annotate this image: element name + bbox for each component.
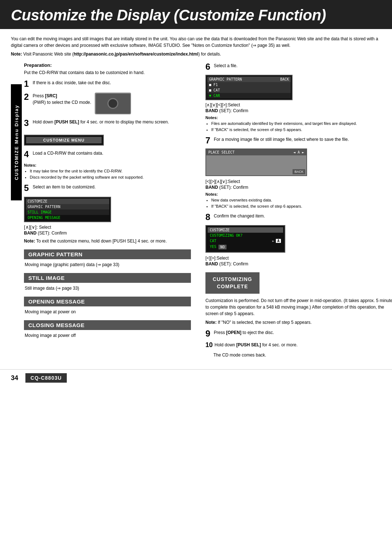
step-2-src: [SRC] <box>45 93 57 98</box>
intro-note: Note: Visit Panasonic Web site (http://p… <box>11 51 381 57</box>
model-badge: CQ-C8803U <box>25 373 67 383</box>
footer: 34 CQ-C8803U <box>0 369 392 386</box>
step-4-text: Load a CD-R/RW that contains data. <box>33 150 191 156</box>
confirm-yes-no: YES NO <box>208 244 283 250</box>
device-knob <box>107 98 118 109</box>
step-6-note-2: If "BACK" is selected, the screen of ste… <box>211 127 392 133</box>
complete-description: Customization is performed. Do not turn … <box>205 297 392 317</box>
step-8-band-confirm: BAND (SET): Confirm <box>205 261 392 266</box>
step-5-band-confirm: BAND (SET): Confirm <box>24 231 191 236</box>
step-10-body: Hold down [PUSH SEL] for 4 sec. or more. <box>215 342 392 348</box>
sidebar-label: CUSTOMIZE Menu Display <box>11 84 22 200</box>
preparation-label: Preparation: <box>24 62 191 68</box>
step-10-number: 10 <box>205 342 213 348</box>
step-5-note: Note: To exit the customize menu, hold d… <box>24 238 191 244</box>
screen6-car: ▼ CAR <box>207 93 291 98</box>
step-6-notes-title: Notes: <box>205 115 392 120</box>
step-7: 7 For a moving image file or still image… <box>205 136 392 145</box>
step-6-nav-keys: [∧][∨][<][>]:Select <box>205 102 392 107</box>
page-title: Customize the Display (Customize Functio… <box>11 7 381 24</box>
step-5-number: 5 <box>24 184 30 192</box>
complete-line-2: COMPLETE <box>213 283 252 290</box>
step-8-number: 8 <box>205 213 212 221</box>
confirm-title: CUSTOMIZE <box>208 227 283 233</box>
intro-text: You can edit the moving images and still… <box>11 36 381 49</box>
step-2-text-a: Press <box>33 93 45 98</box>
note-url: http://panasonic.co.jp/pas/en/software/c… <box>74 52 198 57</box>
step-6-notes: Notes: Files are automatically identifie… <box>205 115 392 133</box>
title-bar: Customize the Display (Customize Functio… <box>0 0 392 29</box>
step-1-number: 1 <box>24 80 30 88</box>
confirm-arrow: ► <box>272 239 274 243</box>
confirm-no: NO <box>219 245 226 249</box>
step-7-note-1: New data overwrites existing data. <box>211 197 392 203</box>
closing-message-header: CLOSING MESSAGE <box>24 320 191 330</box>
step-8-text: Confirm the changed item. <box>214 213 392 219</box>
step-8-nav-keys: [<][>]:Select <box>205 256 392 261</box>
step-4-number: 4 <box>24 150 30 159</box>
customize-menu-screen: CUSTOMIZE MENU <box>24 135 104 146</box>
step-6-text: Select a file. <box>214 62 392 69</box>
step-9: 9 Press [OPEN] to eject the disc. <box>205 329 392 338</box>
step-1: 1 If there is a disc inside, take out th… <box>24 80 191 88</box>
step-1-text: If there is a disc inside, take out the … <box>33 80 191 86</box>
step-9-open: [OPEN] <box>226 330 241 335</box>
place-top-bar: PLACE SELECT ◄ A ► <box>206 149 306 155</box>
step-4-note-1: It may take time for the unit to identif… <box>30 168 191 174</box>
step-2: 2 Press [SRC] (PWR) to select the CD mod… <box>24 93 191 114</box>
place-back-button: BACK <box>293 169 305 174</box>
step-10-sub: The CD mode comes back. <box>213 352 392 358</box>
preparation-text: Put the CD-R/RW that contains data to be… <box>24 69 191 76</box>
complete-note: Note: If "NO" is selected, the screen of… <box>205 319 392 326</box>
customizing-complete-button: CUSTOMIZING COMPLETE <box>205 272 260 294</box>
step-7-notes: Notes: New data overwrites existing data… <box>205 192 392 209</box>
step-7-number: 7 <box>205 136 212 145</box>
step-9-body: Press [OPEN] to eject the disc. <box>214 329 392 336</box>
confirm-a: A <box>276 239 281 243</box>
step-3-body: Hold down [PUSH SEL] for 4 sec. or more … <box>33 119 191 125</box>
screen5-row-2: STILL IMAGE <box>26 209 109 215</box>
confirm-yes: YES <box>210 245 216 249</box>
step-7-note-2: If "BACK" is selected, the screen of ste… <box>211 203 392 209</box>
closing-message-text: Moving image at power off <box>25 332 191 339</box>
step-8: 8 Confirm the changed item. <box>205 213 392 221</box>
step-6-number: 6 <box>205 62 212 71</box>
step-6-band-confirm: BAND (SET): Confirm <box>205 108 392 113</box>
step-3-number: 3 <box>24 119 30 127</box>
page-number: 34 <box>11 374 18 382</box>
step-10: 10 Hold down [PUSH SEL] for 4 sec. or mo… <box>205 342 392 348</box>
device-image <box>95 93 131 114</box>
step-4: 4 Load a CD-R/RW that contains data. <box>24 150 191 159</box>
step-4-notes-title: Notes: <box>24 163 191 167</box>
still-image-text: Still image data (⇒ page 33) <box>25 285 191 292</box>
step-2-number: 2 <box>24 93 30 101</box>
screen6-header: GRAPHIC PATTERN BACK <box>207 77 291 82</box>
opening-message-header: OPENING MESSAGE <box>24 297 191 306</box>
step-5-text: Select an item to be customized. <box>33 184 191 190</box>
step-7-text: For a moving image file or still image f… <box>214 136 392 143</box>
step-3: 3 Hold down [PUSH SEL] for 4 sec. or mor… <box>24 119 191 127</box>
step-3-push-sel: [PUSH SEL] <box>54 119 79 125</box>
confirm-ok: CUSTOMIZING OK? <box>208 233 283 238</box>
step-7-nav-keys: [<][>][∧][∨]:Select <box>205 179 392 184</box>
place-image-area: BACK <box>206 155 306 175</box>
screen5-header: CUSTOMIZE <box>26 199 109 204</box>
step-8-screen: CUSTOMIZE CUSTOMIZING OK? CAT ► A YES NO <box>205 225 285 253</box>
graphic-pattern-text: Moving image (graphic pattern) data (⇒ p… <box>25 261 191 268</box>
screen5-row-1: GRAPHIC PATTERN <box>26 204 109 209</box>
step-5-screen: CUSTOMIZE GRAPHIC PATTERN STILL IMAGE OP… <box>24 197 111 222</box>
step-4-notes: Notes: It may take time for the unit to … <box>24 163 191 180</box>
step-4-note-2: Discs recorded by the packet writing sof… <box>30 174 191 180</box>
graphic-pattern-header: GRAPHIC PATTERN <box>24 249 191 259</box>
step-6-note-1: Files are automatically identified by th… <box>211 121 392 127</box>
step-6: 6 Select a file. <box>205 62 392 71</box>
confirm-cat-row: CAT ► A <box>208 238 283 244</box>
step-6-screen: GRAPHIC PATTERN BACK ■ F1 ■ CAT ▼ CAR <box>205 75 293 100</box>
place-select-label: PLACE SELECT <box>208 150 234 154</box>
step-5-nav-keys: [∧][∨]: Select <box>24 224 191 230</box>
screen-title: CUSTOMIZE MENU <box>26 137 102 143</box>
still-image-header: STILL IMAGE <box>24 273 191 283</box>
note-label: Note: <box>11 52 22 57</box>
screen6-f1: ■ F1 <box>207 82 291 87</box>
step-7-notes-title: Notes: <box>205 192 392 196</box>
